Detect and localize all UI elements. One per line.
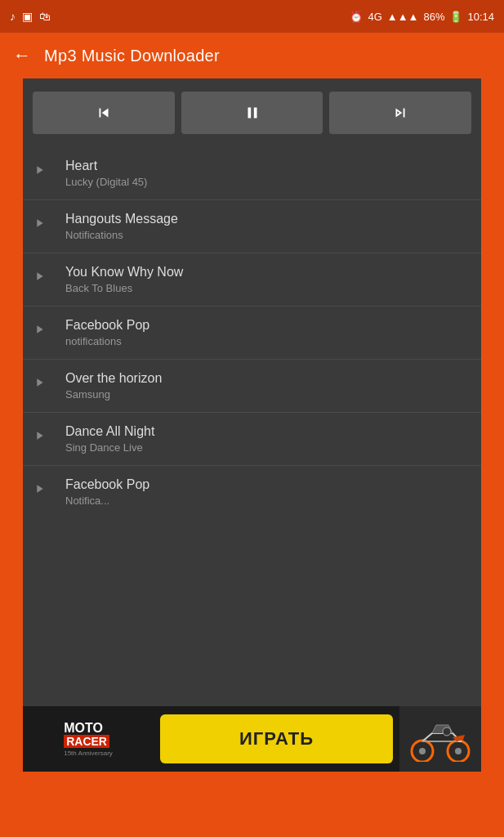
skip-prev-icon [95,104,113,122]
song-info-2: You Know Why Now Back To Blues [65,265,183,294]
song-artist-0: Lucky (Digital 45) [65,176,147,188]
song-item-5[interactable]: Dance All Night Sing Dance Live [23,413,481,466]
song-artist-4: Samsung [65,388,162,401]
song-title-4: Over the horizon [65,371,162,386]
song-item-4[interactable]: Over the horizon Samsung [23,360,481,413]
song-info-5: Dance All Night Sing Dance Live [65,424,154,454]
play-icon-6 [33,482,52,502]
phone-wrapper: ♪ ▣ 🛍 ⏰ 4G ▲▲▲ 86% 🔋 10:14 ← Mp3 Music D… [0,0,504,837]
song-artist-3: notifications [65,335,149,347]
bottom-padding [0,772,504,837]
motorbike-icon [408,717,473,762]
battery-label: 86% [423,11,444,23]
song-info-6: Facebook Pop Notifica... [65,477,149,507]
moto-text: MOTO [64,721,103,736]
song-title-0: Heart [65,159,147,173]
song-info-3: Facebook Pop notifications [65,318,149,347]
battery-icon: 🔋 [449,11,462,23]
anniversary-text: 15th Anniversary [64,750,113,757]
bag-icon: 🛍 [39,10,51,23]
song-item-2[interactable]: You Know Why Now Back To Blues [23,253,481,307]
song-title-2: You Know Why Now [65,265,183,280]
song-info-0: Heart Lucky (Digital 45) [65,159,147,188]
pause-button[interactable] [181,92,323,134]
status-bar: ♪ ▣ 🛍 ⏰ 4G ▲▲▲ 86% 🔋 10:14 [0,0,504,33]
svg-point-2 [419,748,426,754]
alarm-icon: ⏰ [350,11,363,23]
play-icon-5 [33,429,52,449]
song-artist-1: Notifications [65,229,178,241]
ad-banner[interactable]: MOTO RACER 15th Anniversary ИГРАТЬ [23,706,481,772]
song-artist-2: Back To Blues [65,282,183,294]
next-button[interactable] [329,92,471,134]
app-title: Mp3 Music Downloader [44,47,220,65]
song-title-3: Facebook Pop [65,318,149,333]
svg-point-4 [443,727,451,736]
song-title-5: Dance All Night [65,424,154,439]
image-icon: ▣ [22,10,33,23]
status-bar-right: ⏰ 4G ▲▲▲ 86% 🔋 10:14 [350,11,494,23]
back-button[interactable]: ← [13,45,31,66]
play-icon-4 [33,376,52,396]
play-icon-2 [33,270,52,289]
racer-text: RACER [64,735,109,748]
skip-next-icon [391,104,409,122]
signal-icon: ▲▲▲ [387,11,419,23]
ad-brand: MOTO RACER 15th Anniversary [23,706,154,772]
song-title-1: Hangouts Message [65,212,178,226]
ad-image [399,706,481,772]
play-icon-1 [33,217,52,236]
music-icon: ♪ [10,10,16,23]
play-icon-3 [33,323,52,342]
svg-point-3 [455,748,462,754]
song-item-6[interactable]: Facebook Pop Notifica... [23,466,481,518]
song-item-1[interactable]: Hangouts Message Notifications [23,200,481,253]
time-display: 10:14 [467,11,494,23]
song-artist-6: Notifica... [65,495,149,507]
status-bar-left: ♪ ▣ 🛍 [10,10,51,23]
song-info-4: Over the horizon Samsung [65,371,162,401]
song-title-6: Facebook Pop [65,477,149,492]
app-header: ← Mp3 Music Downloader [0,33,504,78]
playback-controls [23,78,481,147]
song-item-3[interactable]: Facebook Pop notifications [23,307,481,360]
network-label: 4G [368,11,381,23]
song-artist-5: Sing Dance Live [65,441,154,454]
pause-icon [243,104,261,122]
prev-button[interactable] [33,92,175,134]
song-item-0[interactable]: Heart Lucky (Digital 45) [23,147,481,200]
ad-cta-label: ИГРАТЬ [239,728,314,750]
ad-cta-button[interactable]: ИГРАТЬ [160,714,393,763]
play-icon-0 [33,163,52,183]
song-info-1: Hangouts Message Notifications [65,212,178,241]
song-list: Heart Lucky (Digital 45) Hangouts Messag… [23,147,481,706]
content-area: Heart Lucky (Digital 45) Hangouts Messag… [23,78,481,706]
